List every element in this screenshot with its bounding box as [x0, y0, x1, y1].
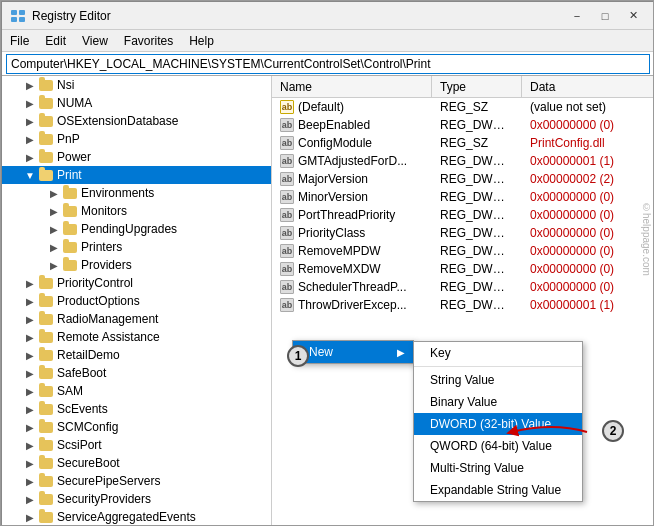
submenu-arrow-icon: ▶: [397, 347, 405, 358]
expand-pnp[interactable]: ▶: [22, 131, 38, 147]
tree-item-secureboot[interactable]: ▶ SecureBoot: [2, 454, 271, 472]
tree-item-retaildemo[interactable]: ▶ RetailDemo: [2, 346, 271, 364]
expand-nsi[interactable]: ▶: [22, 77, 38, 93]
menu-file[interactable]: File: [2, 30, 37, 52]
tree-item-scevents[interactable]: ▶ ScEvents: [2, 400, 271, 418]
folder-environments-icon: [62, 185, 78, 201]
expand-monitors[interactable]: ▶: [46, 203, 62, 219]
reg-icon: ab: [280, 190, 294, 204]
tree-item-productoptions[interactable]: ▶ ProductOptions: [2, 292, 271, 310]
reg-icon-ab: ab: [280, 100, 294, 114]
expand-secureboot[interactable]: ▶: [22, 455, 38, 471]
expand-scsiport[interactable]: ▶: [22, 437, 38, 453]
table-row[interactable]: ab RemoveMXDW REG_DWORD 0x00000000 (0): [272, 260, 654, 278]
tree-item-pnp[interactable]: ▶ PnP: [2, 130, 271, 148]
tree-item-securityproviders[interactable]: ▶ SecurityProviders: [2, 490, 271, 508]
tree-item-pendingupgrades[interactable]: ▶ PendingUpgrades: [2, 220, 271, 238]
tree-item-prioritycontrol[interactable]: ▶ PriorityControl: [2, 274, 271, 292]
table-row[interactable]: ab ThrowDriverExcep... REG_DWORD 0x00000…: [272, 296, 654, 314]
expand-osextension[interactable]: ▶: [22, 113, 38, 129]
folder-pendingupgrades-icon: [62, 221, 78, 237]
tree-item-radiomanagement[interactable]: ▶ RadioManagement: [2, 310, 271, 328]
tree-item-osextension[interactable]: ▶ OSExtensionDatabase: [2, 112, 271, 130]
tree-item-print[interactable]: ▼ Print: [2, 166, 271, 184]
context-menu-new[interactable]: New ▶: [293, 341, 413, 363]
submenu-dword-value[interactable]: DWORD (32-bit) Value: [414, 413, 582, 435]
table-row[interactable]: ab RemoveMPDW REG_DWORD 0x00000000 (0): [272, 242, 654, 260]
tree-item-safeboot[interactable]: ▶ SafeBoot: [2, 364, 271, 382]
submenu-binary-value[interactable]: Binary Value: [414, 391, 582, 413]
menu-view[interactable]: View: [74, 30, 116, 52]
svg-rect-2: [11, 17, 17, 22]
svg-rect-0: [11, 10, 17, 15]
expand-pendingupgrades[interactable]: ▶: [46, 221, 62, 237]
tree-item-monitors[interactable]: ▶ Monitors: [2, 202, 271, 220]
submenu-string-value[interactable]: String Value: [414, 369, 582, 391]
tree-item-nsi[interactable]: ▶ Nsi: [2, 76, 271, 94]
expand-securityproviders[interactable]: ▶: [22, 491, 38, 507]
submenu-expandable-value[interactable]: Expandable String Value: [414, 479, 582, 501]
table-row[interactable]: ab GMTAdjustedForD... REG_DWORD 0x000000…: [272, 152, 654, 170]
expand-print[interactable]: ▼: [22, 167, 38, 183]
table-row[interactable]: ab BeepEnabled REG_DWORD 0x00000000 (0): [272, 116, 654, 134]
expand-providers[interactable]: ▶: [46, 257, 62, 273]
reg-icon: ab: [280, 244, 294, 258]
expand-scevents[interactable]: ▶: [22, 401, 38, 417]
expand-numa[interactable]: ▶: [22, 95, 38, 111]
menu-edit[interactable]: Edit: [37, 30, 74, 52]
tree-item-printers[interactable]: ▶ Printers: [2, 238, 271, 256]
close-button[interactable]: ✕: [620, 6, 646, 26]
folder-printers-icon: [62, 239, 78, 255]
address-input[interactable]: [6, 54, 650, 74]
expand-serviceaggregatedevents[interactable]: ▶: [22, 509, 38, 525]
table-row[interactable]: ab MajorVersion REG_DWORD 0x00000002 (2): [272, 170, 654, 188]
expand-prioritycontrol[interactable]: ▶: [22, 275, 38, 291]
table-row[interactable]: ab PortThreadPriority REG_DWORD 0x000000…: [272, 206, 654, 224]
expand-radiomanagement[interactable]: ▶: [22, 311, 38, 327]
submenu-multistring-value[interactable]: Multi-String Value: [414, 457, 582, 479]
expand-remoteassistance[interactable]: ▶: [22, 329, 38, 345]
tree-item-scmconfig[interactable]: ▶ SCMConfig: [2, 418, 271, 436]
menu-favorites[interactable]: Favorites: [116, 30, 181, 52]
folder-monitors-icon: [62, 203, 78, 219]
tree-item-power[interactable]: ▶ Power: [2, 148, 271, 166]
expand-environments[interactable]: ▶: [46, 185, 62, 201]
col-header-data[interactable]: Data: [522, 76, 654, 97]
submenu-key[interactable]: Key: [414, 342, 582, 364]
col-header-name[interactable]: Name: [272, 76, 432, 97]
table-row[interactable]: ab (Default) REG_SZ (value not set): [272, 98, 654, 116]
tree-item-remoteassistance[interactable]: ▶ Remote Assistance: [2, 328, 271, 346]
tree-item-sam[interactable]: ▶ SAM: [2, 382, 271, 400]
expand-safeboot[interactable]: ▶: [22, 365, 38, 381]
minimize-button[interactable]: −: [564, 6, 590, 26]
registry-tree: ▶ Nsi ▶ NUMA ▶ OSExtensionDatabase ▶ PnP: [2, 76, 272, 526]
folder-nsi-icon: [38, 77, 54, 93]
folder-productoptions-icon: [38, 293, 54, 309]
tree-item-securepipeservers[interactable]: ▶ SecurePipeServers: [2, 472, 271, 490]
table-row[interactable]: ab SchedulerThreadP... REG_DWORD 0x00000…: [272, 278, 654, 296]
col-header-type[interactable]: Type: [432, 76, 522, 97]
submenu-divider: [414, 366, 582, 367]
tree-item-scsiport[interactable]: ▶ ScsiPort: [2, 436, 271, 454]
table-row[interactable]: ab MinorVersion REG_DWORD 0x00000000 (0): [272, 188, 654, 206]
menu-help[interactable]: Help: [181, 30, 222, 52]
context-menu-overlay: New ▶ Key String Value Binary Value DWOR…: [292, 340, 414, 364]
tree-item-serviceaggregatedevents[interactable]: ▶ ServiceAggregatedEvents: [2, 508, 271, 526]
submenu-qword-value[interactable]: QWORD (64-bit) Value: [414, 435, 582, 457]
folder-numa-icon: [38, 95, 54, 111]
maximize-button[interactable]: □: [592, 6, 618, 26]
expand-power[interactable]: ▶: [22, 149, 38, 165]
expand-printers[interactable]: ▶: [46, 239, 62, 255]
tree-item-providers[interactable]: ▶ Providers: [2, 256, 271, 274]
expand-productoptions[interactable]: ▶: [22, 293, 38, 309]
expand-retaildemo[interactable]: ▶: [22, 347, 38, 363]
reg-icon: ab: [280, 226, 294, 240]
reg-icon: ab: [280, 118, 294, 132]
tree-item-numa[interactable]: ▶ NUMA: [2, 94, 271, 112]
expand-sam[interactable]: ▶: [22, 383, 38, 399]
tree-item-environments[interactable]: ▶ Environments: [2, 184, 271, 202]
expand-securepipeservers[interactable]: ▶: [22, 473, 38, 489]
table-row[interactable]: ab ConfigModule REG_SZ PrintConfig.dll: [272, 134, 654, 152]
table-row[interactable]: ab PriorityClass REG_DWORD 0x00000000 (0…: [272, 224, 654, 242]
expand-scmconfig[interactable]: ▶: [22, 419, 38, 435]
